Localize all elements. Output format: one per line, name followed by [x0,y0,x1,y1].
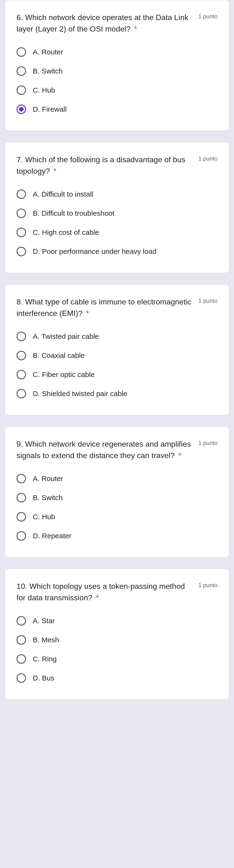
required-asterisk: * [96,593,99,602]
question-header: 8. What type of cable is immune to elect… [17,296,217,319]
option-label: A. Router [33,474,63,484]
option-b[interactable]: B. Difficult to troubleshoot [17,206,217,221]
question-text: 8. What type of cable is immune to elect… [17,296,196,319]
option-label: D. Poor performance under heavy load [33,246,156,256]
option-a[interactable]: A. Star [17,613,217,629]
radio-icon [17,85,26,95]
option-label: D. Repeater [33,531,72,541]
option-b[interactable]: B. Coaxial cable [17,348,217,363]
option-label: B. Switch [33,66,63,76]
radio-icon [17,104,26,114]
question-title: 7. Which of the following is a disadvant… [17,155,185,175]
option-c[interactable]: C. Fiber optic cable [17,367,217,382]
radio-icon [17,332,26,341]
options-group: A. Router B. Switch C. Hub D. Repeater [17,471,217,544]
required-asterisk: * [54,167,57,175]
radio-icon [17,209,26,218]
question-card: 10. Which topology uses a token-passing … [5,569,229,700]
options-group: A. Difficult to install B. Difficult to … [17,186,217,259]
option-label: C. Ring [33,654,57,664]
points-label: 1 punto [198,155,217,162]
option-label: A. Router [33,47,63,57]
question-header: 7. Which of the following is a disadvant… [17,154,217,177]
option-label: B. Mesh [33,635,59,645]
question-title: 6. Which network device operates at the … [17,13,188,33]
points-label: 1 punto [198,13,217,20]
question-card: 7. Which of the following is a disadvant… [5,142,229,273]
option-label: C. Hub [33,85,55,95]
question-header: 9. Which network device regenerates and … [17,438,217,461]
question-text: 9. Which network device regenerates and … [17,438,196,461]
question-header: 6. Which network device operates at the … [17,12,217,35]
option-b[interactable]: B. Switch [17,63,217,79]
question-header: 10. Which topology uses a token-passing … [17,581,217,603]
option-d[interactable]: D. Firewall [17,101,217,117]
required-asterisk: * [178,451,181,460]
question-text: 7. Which of the following is a disadvant… [17,154,196,177]
option-d[interactable]: D. Poor performance under heavy load [17,244,217,259]
option-d[interactable]: D. Bus [17,670,217,686]
option-label: B. Coaxial cable [33,350,85,361]
option-c[interactable]: C. Hub [17,82,217,98]
question-title: 8. What type of cable is immune to elect… [17,298,191,317]
question-title: 9. Which network device regenerates and … [17,440,191,460]
radio-icon [17,47,26,57]
points-label: 1 punto [198,440,217,446]
option-b[interactable]: B. Switch [17,490,217,505]
option-a[interactable]: A. Router [17,44,217,60]
option-label: C. High cost of cable [33,227,99,238]
question-card: 8. What type of cable is immune to elect… [5,284,229,415]
radio-icon [17,654,26,664]
option-c[interactable]: C. Ring [17,651,217,667]
option-a[interactable]: A. Difficult to install [17,186,217,202]
option-label: D. Bus [33,673,54,683]
option-label: D. Shielded twisted pair cable [33,389,127,399]
points-label: 1 punto [198,298,217,304]
radio-icon [17,351,26,360]
question-title: 10. Which topology uses a token-passing … [17,582,185,602]
radio-icon [17,531,26,541]
option-label: A. Twisted pair cable [33,332,99,341]
radio-icon [17,474,26,484]
question-card: 6. Which network device operates at the … [5,0,229,131]
radio-icon [17,389,26,398]
radio-icon [17,370,26,379]
option-b[interactable]: B. Mesh [17,632,217,648]
question-text: 10. Which topology uses a token-passing … [17,581,196,603]
option-c[interactable]: C. Hub [17,509,217,525]
options-group: A. Star B. Mesh C. Ring D. Bus [17,613,217,686]
points-label: 1 punto [198,582,217,589]
option-label: C. Fiber optic cable [33,370,95,380]
option-a[interactable]: A. Twisted pair cable [17,329,217,344]
option-c[interactable]: C. High cost of cable [17,224,217,240]
option-label: C. Hub [33,512,55,522]
radio-icon [17,189,26,199]
radio-icon [17,66,26,76]
required-asterisk: * [86,309,89,317]
option-label: A. Difficult to install [33,189,93,199]
radio-icon [17,512,26,522]
radio-icon [17,616,26,626]
question-card: 9. Which network device regenerates and … [5,427,229,557]
option-a[interactable]: A. Router [17,471,217,487]
radio-icon [17,635,26,645]
option-d[interactable]: D. Repeater [17,528,217,544]
options-group: A. Twisted pair cable B. Coaxial cable C… [17,329,217,402]
option-d[interactable]: D. Shielded twisted pair cable [17,386,217,402]
radio-icon [17,673,26,683]
option-label: D. Firewall [33,104,67,114]
option-label: B. Switch [33,493,63,503]
question-text: 6. Which network device operates at the … [17,12,196,35]
radio-icon [17,247,26,256]
options-group: A. Router B. Switch C. Hub D. Firewall [17,44,217,117]
radio-icon [17,493,26,502]
option-label: B. Difficult to troubleshoot [33,208,114,218]
required-asterisk: * [134,25,137,33]
option-label: A. Star [33,616,55,626]
radio-icon [17,228,26,237]
